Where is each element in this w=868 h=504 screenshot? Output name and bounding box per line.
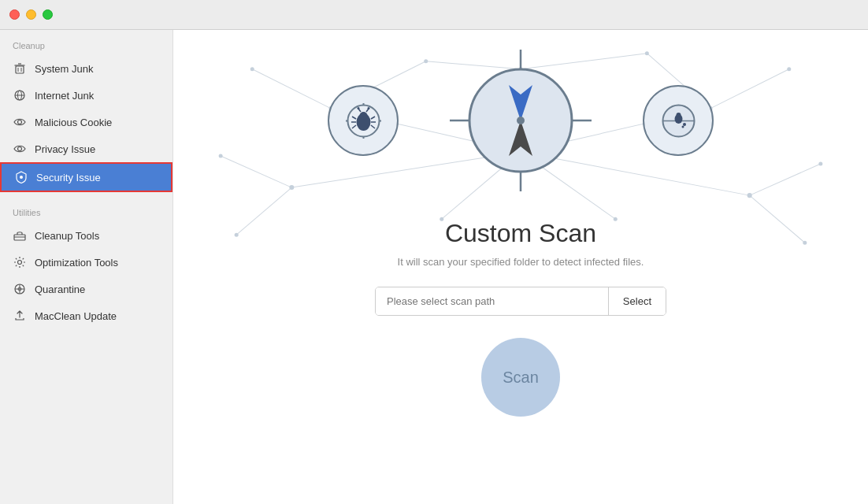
select-button[interactable]: Select [608,287,666,315]
scan-button[interactable]: Scan [481,338,560,417]
quarantine-icon [13,282,27,296]
update-icon [13,309,27,323]
path-input[interactable] [376,287,608,315]
svg-point-8 [18,120,22,124]
eye-icon-2 [13,142,27,156]
sidebar-item-label: Security Issue [36,172,101,183]
main-content: Custom Scan It will scan your specified … [173,0,868,504]
icons-row [328,46,714,195]
sidebar-item-label: System Junk [35,63,93,75]
minimize-button[interactable] [26,9,36,20]
svg-point-64 [357,107,359,109]
sidebar: Cleanup System Junk Internet Junk [0,0,173,504]
sidebar-item-quarantine[interactable]: Quarantine [0,276,172,302]
sidebar-item-macclean-update[interactable]: MacClean Update [0,302,172,329]
utilities-section-label: Utilities [0,197,172,222]
path-selector: Select [375,287,666,316]
sidebar-item-internet-junk[interactable]: Internet Junk [0,82,172,109]
sidebar-item-cleanup-tools[interactable]: Cleanup Tools [0,222,172,249]
sidebar-item-label: Privacy Issue [35,143,95,155]
maximize-button[interactable] [43,9,53,20]
sidebar-item-label: Internet Junk [35,90,94,102]
sidebar-item-label: MacClean Update [35,310,117,322]
sidebar-item-optimization-tools[interactable]: Optimization Tools [0,249,172,276]
left-bug-icon [328,85,399,156]
titlebar [0,0,868,30]
gear-icon [13,255,27,269]
sidebar-item-security-issue[interactable]: Security Issue [0,162,172,192]
sidebar-item-system-junk[interactable]: System Junk [0,55,172,82]
globe-icon [13,88,27,102]
svg-point-79 [681,125,684,128]
svg-point-77 [676,113,681,117]
sidebar-item-label: Quarantine [35,284,85,295]
compass-container [446,46,595,195]
svg-point-78 [683,123,686,126]
scan-title: Custom Scan [445,219,596,248]
trash-icon [13,61,27,76]
shield-icon [14,170,28,184]
svg-point-13 [18,261,22,265]
sidebar-item-label: Malicious Cookie [35,117,112,128]
svg-point-65 [367,107,369,109]
close-button[interactable] [9,9,20,20]
scan-subtitle: It will scan your specified folder to de… [398,256,644,268]
toolbox-icon [13,228,27,243]
svg-point-9 [18,147,22,151]
right-bug-icon [643,85,714,156]
content-area: Custom Scan It will scan your specified … [173,30,868,417]
sidebar-item-malicious-cookie[interactable]: Malicious Cookie [0,109,172,135]
svg-point-73 [517,117,525,124]
sidebar-item-privacy-issue[interactable]: Privacy Issue [0,135,172,162]
svg-point-10 [20,176,23,179]
cleanup-section-label: Cleanup [0,30,172,55]
sidebar-item-label: Optimization Tools [35,257,118,269]
eye-icon [13,115,27,129]
sidebar-item-label: Cleanup Tools [35,230,99,242]
svg-rect-0 [16,66,24,73]
svg-point-55 [359,112,367,120]
